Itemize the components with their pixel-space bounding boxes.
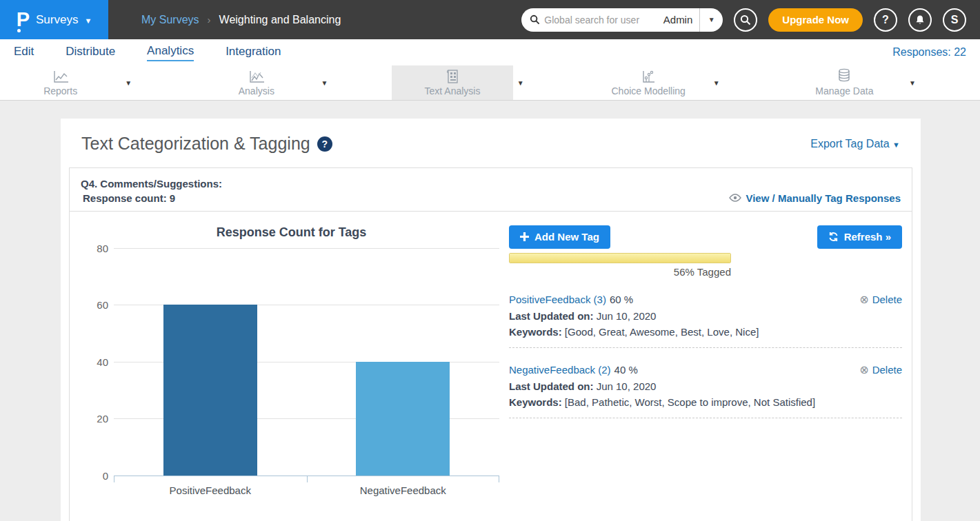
export-tag-data-button[interactable]: Export Tag Data ▼ — [810, 138, 900, 150]
bar-NegativeFeedback[interactable] — [356, 362, 450, 476]
analysis-dropdown-icon[interactable]: ▼ — [317, 65, 332, 100]
chart-column: Response Count for Tags 020406080 Positi… — [70, 221, 509, 521]
refresh-icon — [828, 232, 839, 242]
avatar-letter: S — [951, 14, 959, 26]
chart-yticks: 020406080 — [83, 248, 114, 476]
subnav-choice-modelling[interactable]: Choice Modelling — [588, 65, 709, 100]
tag-name-link[interactable]: NegativeFeedback (2) — [509, 364, 611, 376]
product-switcher[interactable]: P Surveys ▼ — [0, 0, 108, 39]
chart-title: Response Count for Tags — [83, 221, 499, 248]
chevron-down-icon: ▼ — [892, 141, 900, 149]
y-axis-tick: 60 — [97, 299, 108, 311]
reports-dropdown-icon[interactable]: ▼ — [121, 65, 136, 100]
choice-modelling-dropdown-icon[interactable]: ▼ — [709, 65, 724, 100]
bar-chart: Response Count for Tags 020406080 Positi… — [83, 221, 499, 496]
help-button[interactable]: ? — [874, 8, 897, 32]
subnav-reports-label: Reports — [43, 85, 77, 96]
panel-header: Text Categorization & Tagging ? Export T… — [61, 119, 921, 167]
question-card: Q4. Comments/Suggestions: Response count… — [69, 167, 912, 521]
question-header: Q4. Comments/Suggestions: Response count… — [70, 168, 912, 212]
page-title: Text Categorization & Tagging — [81, 134, 310, 154]
tab-integration[interactable]: Integration — [226, 45, 281, 61]
search-scope-label: Admin — [661, 14, 700, 25]
eye-icon — [729, 194, 741, 202]
subnav-reports[interactable]: Reports — [0, 65, 121, 100]
y-axis-tick: 80 — [97, 242, 108, 254]
subnav-choice-modelling-label: Choice Modelling — [612, 85, 686, 96]
tagged-progress-fill — [510, 254, 730, 263]
responses-count[interactable]: Responses: 22 — [892, 46, 966, 59]
scatter-chart-icon — [639, 69, 657, 84]
tag-updated: Last Updated on: Jun 10, 2020 — [509, 310, 902, 322]
refresh-button[interactable]: Refresh » — [817, 225, 902, 249]
x-axis-label: PositiveFeedback — [114, 476, 307, 496]
question-body: Response Count for Tags 020406080 Positi… — [70, 212, 912, 521]
tagged-percent-label: 56% Tagged — [509, 266, 731, 278]
gridline — [114, 248, 499, 249]
questionpro-logo-icon: P — [17, 10, 30, 30]
bar-PositiveFeedback[interactable] — [163, 305, 257, 476]
breadcrumb-my-surveys[interactable]: My Surveys — [141, 14, 199, 26]
subnav-text-analysis[interactable]: Text Analysis — [392, 65, 512, 100]
content-area: Text Categorization & Tagging ? Export T… — [0, 101, 980, 521]
subnav-analysis[interactable]: Analysis — [196, 65, 317, 100]
view-manually-tag-link[interactable]: View / Manually Tag Responses — [729, 192, 901, 204]
y-axis-tick: 0 — [103, 469, 108, 481]
search-scope-dropdown[interactable]: ▼ — [699, 8, 723, 32]
database-icon — [836, 69, 852, 84]
text-analysis-dropdown-icon[interactable]: ▼ — [513, 65, 528, 100]
global-search[interactable]: Admin ▼ — [521, 8, 723, 32]
x-axis-label: NegativeFeedback — [307, 476, 500, 496]
y-axis-tick: 40 — [97, 356, 108, 367]
analytics-subnav: Reports ▼ Analysis ▼ Text Analysis ▼ Cho… — [0, 65, 980, 101]
bell-icon — [914, 14, 926, 25]
subnav-analysis-label: Analysis — [239, 85, 274, 96]
tag-keywords: Keywords: [Good, Great, Awesome, Best, L… — [509, 326, 902, 338]
user-avatar[interactable]: S — [943, 8, 966, 32]
help-tooltip-icon[interactable]: ? — [317, 136, 332, 152]
tag-keywords: Keywords: [Bad, Pathetic, Worst, Scope t… — [509, 396, 902, 408]
breadcrumb-current: Weighting and Balancing — [219, 14, 341, 26]
notifications-button[interactable] — [908, 8, 932, 32]
advanced-search-button[interactable] — [734, 8, 757, 32]
breadcrumb-separator-icon: › — [208, 14, 211, 25]
primary-nav: Edit Distribute Analytics Integration Re… — [0, 39, 980, 65]
text-tagging-panel: Text Categorization & Tagging ? Export T… — [61, 119, 921, 521]
product-name: Surveys — [36, 13, 78, 27]
subnav-manage-data[interactable]: Manage Data — [784, 65, 905, 100]
tag-percent: 40 % — [614, 364, 638, 376]
chevron-down-icon: ▼ — [84, 17, 92, 25]
line-chart-icon — [52, 69, 70, 84]
header-actions: Admin ▼ Upgrade Now ? S — [521, 0, 980, 39]
search-icon — [740, 14, 751, 25]
subnav-text-analysis-label: Text Analysis — [425, 85, 481, 96]
circled-x-icon: ⊗ — [859, 363, 868, 376]
add-new-tag-button[interactable]: Add New Tag — [509, 225, 610, 249]
document-grid-icon — [445, 69, 460, 84]
top-header: P Surveys ▼ My Surveys › Weighting and B… — [0, 0, 980, 39]
tab-analytics[interactable]: Analytics — [147, 44, 194, 61]
analysis-chart-icon — [248, 69, 266, 84]
plus-icon — [520, 232, 529, 241]
tag-name-link[interactable]: PositiveFeedback (3) — [509, 294, 606, 305]
question-title: Q4. Comments/Suggestions: — [81, 176, 222, 192]
search-input[interactable] — [540, 14, 660, 25]
search-icon — [530, 14, 540, 25]
delete-tag-button[interactable]: ⊗ Delete — [859, 363, 902, 376]
subnav-manage-data-label: Manage Data — [815, 85, 873, 96]
tag-controls-column: Add New Tag Refresh » 56% Tagged — [509, 221, 902, 521]
tagged-progress-bar — [509, 253, 731, 263]
tag-percent: 60 % — [610, 294, 633, 305]
chart-plot — [114, 248, 499, 476]
chart-xlabels: PositiveFeedbackNegativeFeedback — [114, 476, 499, 496]
delete-tag-button[interactable]: ⊗ Delete — [859, 293, 902, 306]
breadcrumb: My Surveys › Weighting and Balancing — [141, 0, 341, 39]
manage-data-dropdown-icon[interactable]: ▼ — [905, 65, 920, 100]
upgrade-now-button[interactable]: Upgrade Now — [768, 8, 863, 32]
response-count: Response count: 9 — [81, 192, 222, 204]
tab-distribute[interactable]: Distribute — [66, 45, 115, 61]
tag-entry-positive: PositiveFeedback (3) 60 % ⊗ Delete Last … — [509, 293, 902, 348]
tag-entry-negative: NegativeFeedback (2) 40 % ⊗ Delete Last … — [509, 363, 902, 418]
tab-edit[interactable]: Edit — [14, 45, 34, 61]
question-mark-icon: ? — [882, 14, 889, 26]
